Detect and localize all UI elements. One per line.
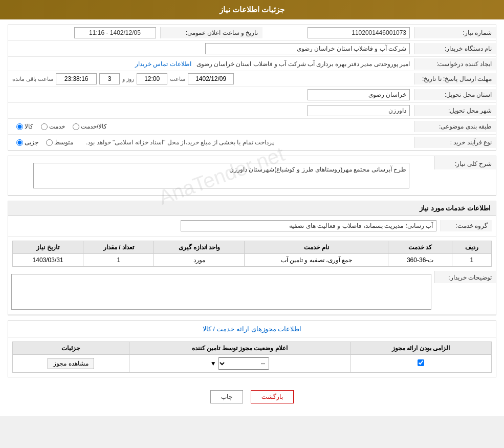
bottom-buttons: بازگشت چاپ: [8, 382, 496, 411]
radio-jozi-input[interactable]: [16, 139, 23, 146]
radio-khadamat-input[interactable]: [41, 123, 48, 130]
table-header-row: ردیف کد خدمت نام خدمت واحد اندازه گیری ت…: [13, 241, 492, 254]
page-title: جزئیات اطلاعات نیاز: [220, 5, 284, 14]
print-button[interactable]: چاپ: [210, 390, 243, 403]
radio-jozi-label: جزیی: [25, 139, 38, 146]
radio-jozi[interactable]: جزیی: [16, 139, 38, 146]
sharh-row: شرح کلی نیاز: AnaTender.net طرح آبرسانی …: [8, 156, 496, 195]
rooz-label: روز و: [122, 76, 134, 82]
namDastgah-label: نام دستگاه خریدار:: [414, 43, 496, 54]
tozihat-textarea[interactable]: [11, 274, 431, 310]
row-shahr: شهر محل تحویل: داورزن: [8, 103, 496, 119]
radio-kala-khadamat-input[interactable]: [73, 123, 79, 130]
sharh-value-area: AnaTender.net طرح آبرسانی مجتمع مهر(روست…: [8, 156, 434, 195]
saat-box: 12:00: [137, 73, 167, 84]
row-namDastgah: نام دستگاه خریدار: شرکت آب و فاضلاب استا…: [8, 41, 496, 57]
tarikhe-label: تاریخ و ساعت اعلان عمومی:: [160, 27, 262, 38]
noeFarayand-label: نوع فرآیند خرید :: [414, 137, 496, 148]
table-row: -- ▼ مشاهده مجوز: [13, 355, 492, 373]
khadamat-section: اطلاعات خدمات مورد نیاز گروه خدمت: آب رس…: [8, 201, 496, 315]
date-box: 1402/12/09: [188, 73, 234, 84]
chevron-down-icon: ▼: [210, 360, 216, 367]
ostan-label: استان محل تحویل:: [414, 89, 496, 100]
shahr-label: شهر محل تحویل:: [414, 105, 496, 116]
grohe-box: آب رسانی؛ مدیریت پسماند، فاضلاب و فعالیت…: [181, 220, 436, 231]
permits-status-select[interactable]: --: [218, 357, 269, 370]
ostan-box: خراسان رضوی: [308, 89, 410, 100]
khadamat-title: اطلاعات خدمات مورد نیاز: [8, 201, 496, 216]
sharh-watermark-area: AnaTender.net طرح آبرسانی مجتمع مهر(روست…: [12, 160, 430, 191]
ijad-text: امیر پوروحدتی مدیر دفتر بهره برداری آب ش…: [196, 60, 410, 68]
baqi-box: 23:38:16: [56, 73, 97, 84]
rooz-box: 3: [99, 73, 120, 84]
tarikhe-box: 1402/12/05 - 11:16: [74, 27, 156, 38]
row-noeFarayand: نوع فرآیند خرید : پرداخت تمام یا بخشی از…: [8, 135, 496, 150]
mohlat-label: مهلت ارسال پاسخ: تا تاریخ:: [414, 73, 496, 84]
grohe-label: گروه خدمت:: [441, 220, 492, 231]
th-permits-detail: جزئیات: [13, 342, 129, 355]
namDastgah-box: شرکت آب و فاضلاب استان خراسان رضوی: [205, 43, 410, 54]
permits-table-wrapper: الزامی بودن ارائه مجوز اعلام وضعیت مجوز …: [8, 337, 496, 377]
permits-title: اطلاعات مجوزهای ارائه خدمت / کالا: [8, 321, 496, 337]
shomareNiaz-box: 1102001446001073: [308, 27, 410, 38]
th-unit: واحد اندازه گیری: [154, 241, 245, 254]
th-radif: ردیف: [452, 241, 491, 254]
ijad-label: ایجاد کننده درخواست:: [414, 58, 496, 70]
row-shomareNiaz: شماره نیاز: 1102001446001073 تاریخ و ساع…: [8, 25, 496, 41]
th-permits-required: الزامی بودن ارائه مجوز: [350, 342, 492, 355]
main-content: شماره نیاز: 1102001446001073 تاریخ و ساع…: [0, 19, 504, 416]
noeFarayand-radios: پرداخت تمام یا بخشی از مبلغ خرید،از محل …: [12, 137, 410, 148]
row-mohlat: مهلت ارسال پاسخ: تا تاریخ: 1402/12/09 سا…: [8, 71, 496, 87]
radio-kala[interactable]: کالا: [16, 123, 33, 130]
shahr-value: داورزن: [8, 103, 414, 118]
noeFarayand-value: پرداخت تمام یا بخشی از مبلغ خرید،از محل …: [8, 135, 414, 150]
grohe-row: گروه خدمت: آب رسانی؛ مدیریت پسماند، فاضل…: [8, 216, 496, 237]
permits-required-cell: [350, 355, 492, 373]
tozihat-row: توضیحات خریدار:: [8, 271, 496, 315]
noeFarayand-text: پرداخت تمام یا بخشی از مبلغ خرید،از محل …: [86, 139, 274, 146]
radio-kala-khadamat[interactable]: کالا/خدمت: [73, 123, 107, 130]
date-time-row: 1402/12/09 ساعت 12:00 روز و 3 23:38:16 س…: [8, 71, 414, 87]
th-date: تاریخ نیاز: [13, 241, 83, 254]
grohe-value: آب رسانی؛ مدیریت پسماند، فاضلاب و فعالیت…: [12, 218, 441, 233]
radio-khadamat[interactable]: خدمت: [41, 123, 65, 130]
ijad-value: امیر پوروحدتی مدیر دفتر بهره برداری آب ش…: [8, 58, 414, 70]
tozihat-value: [8, 271, 434, 314]
tabaghe-value: کالا/خدمت خدمت کالا: [8, 119, 414, 134]
etelaat-link[interactable]: اطلاعات تماس خریدار: [135, 60, 191, 68]
th-permits-status: اعلام وضعیت مجوز توسط تامین کننده: [129, 342, 350, 355]
services-table-wrapper: ردیف کد خدمت نام خدمت واحد اندازه گیری ت…: [8, 237, 496, 271]
radio-motevaset-input[interactable]: [46, 139, 53, 146]
info-section-top: شماره نیاز: 1102001446001073 تاریخ و ساع…: [8, 25, 496, 151]
back-button[interactable]: بازگشت: [251, 390, 294, 403]
radio-kala-khadamat-label: کالا/خدمت: [81, 123, 107, 130]
radio-motevaset[interactable]: متوسط: [46, 139, 73, 146]
permits-header-row: الزامی بودن ارائه مجوز اعلام وضعیت مجوز …: [13, 342, 492, 355]
row-tabaghe: طبقه بندی موضوعی: کالا/خدمت خدمت کالا: [8, 119, 496, 135]
tabaghe-label: طبقه بندی موضوعی:: [414, 121, 496, 132]
radio-motevaset-label: متوسط: [54, 139, 73, 146]
view-permit-button[interactable]: مشاهده مجوز: [48, 358, 94, 369]
ostan-value: خراسان رضوی: [8, 87, 414, 102]
radio-khadamat-label: خدمت: [49, 123, 65, 130]
page-wrapper: جزئیات اطلاعات نیاز شماره نیاز: 11020014…: [0, 0, 504, 416]
th-count: تعداد / مقدار: [83, 241, 154, 254]
th-name: نام خدمت: [245, 241, 388, 254]
baqi-label: ساعت باقی مانده: [12, 76, 53, 82]
shomareNiaz-label: شماره نیاز:: [414, 27, 496, 38]
radio-kala-label: کالا: [25, 123, 33, 130]
row-ostan: استان محل تحویل: خراسان رضوی: [8, 87, 496, 103]
sharh-textarea: طرح آبرسانی مجتمع مهر(روستاهای طرز و کوش…: [33, 163, 409, 188]
row-ijad: ایجاد کننده درخواست: امیر پوروحدتی مدیر …: [8, 57, 496, 71]
radio-kala-input[interactable]: [16, 123, 23, 130]
namDastgah-value: شرکت آب و فاضلاب استان خراسان رضوی: [8, 41, 414, 56]
shomareNiaz-value: 1102001446001073: [262, 25, 414, 40]
permits-table: الزامی بودن ارائه مجوز اعلام وضعیت مجوز …: [12, 342, 492, 373]
th-kod: کد خدمت: [388, 241, 452, 254]
services-table: ردیف کد خدمت نام خدمت واحد اندازه گیری ت…: [12, 241, 492, 267]
tozihat-label: توضیحات خریدار:: [434, 271, 496, 283]
permits-checkbox[interactable]: [418, 359, 424, 366]
permits-section: اطلاعات مجوزهای ارائه خدمت / کالا الزامی…: [8, 321, 496, 377]
table-row: 1ت-36-360جمع آوری، تصفیه و تامین آبمورد1…: [13, 254, 492, 267]
tarikhe-value: 1402/12/05 - 11:16: [8, 25, 160, 40]
